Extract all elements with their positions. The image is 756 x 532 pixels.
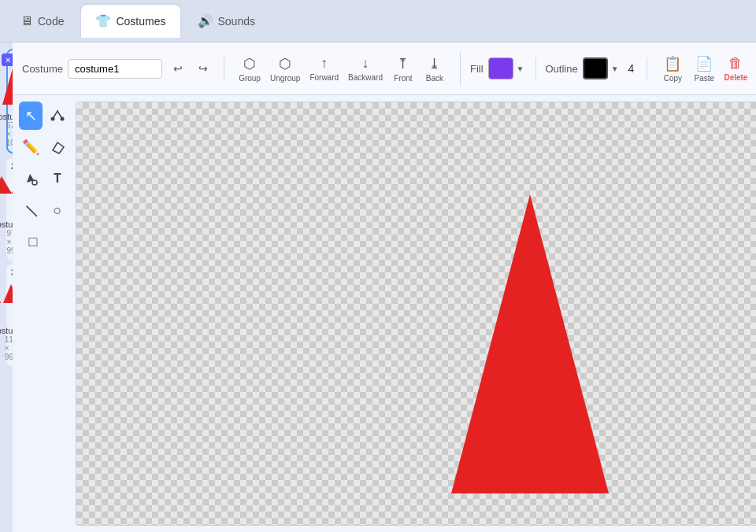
paste-label: Paste — [695, 74, 715, 83]
back-label: Back — [426, 74, 443, 83]
copy-label: Copy — [664, 74, 682, 83]
outline-width: 4 — [625, 62, 638, 75]
backward-icon: ↓ — [362, 55, 369, 72]
costume-delete-1[interactable]: ✕ — [2, 54, 13, 66]
outline-color-swatch[interactable] — [583, 57, 608, 79]
costume-preview-2 — [0, 171, 13, 218]
undo-button[interactable]: ↩ — [167, 57, 189, 79]
costume-item-1[interactable]: 1 ✕ costume1 57 × 100 — [6, 49, 13, 153]
costume-size-2: 97 × 99 — [6, 229, 13, 255]
code-icon: 🖥 — [20, 14, 33, 28]
forward-icon: ↑ — [321, 55, 328, 72]
costume-num-3: 3 — [11, 268, 13, 277]
reshape-tool[interactable] — [46, 102, 69, 130]
front-button[interactable]: ⤒ Front — [387, 52, 419, 86]
tab-bar: 🖥 Code 👕 Costumes 🔊 Sounds — [0, 0, 756, 42]
outline-dropdown-arrow[interactable]: ▼ — [610, 63, 621, 75]
toolbar: Costume ↩ ↪ ⬡ Group ⬡ Ungroup — [13, 42, 756, 95]
text-tool[interactable]: T — [46, 164, 69, 193]
pencil-tool[interactable]: ✏️ — [19, 133, 43, 161]
delete-button[interactable]: 🗑 Delete — [720, 52, 751, 85]
outline-color-group: ▼ — [583, 57, 621, 79]
back-button[interactable]: ⤓ Back — [419, 52, 450, 86]
outline-label: Outline — [546, 63, 578, 75]
tool-row-2: ✏️ — [19, 133, 69, 161]
tool-row-3: T — [19, 164, 69, 193]
delete-label: Delete — [724, 73, 747, 82]
fill-dropdown-arrow[interactable]: ▼ — [515, 63, 526, 75]
paste-button[interactable]: 📄 Paste — [688, 52, 720, 86]
copy-button[interactable]: 📋 Copy — [657, 52, 688, 86]
svg-marker-1 — [0, 176, 12, 194]
eraser-tool[interactable] — [46, 133, 69, 161]
edit-section: 📋 Copy 📄 Paste 🗑 Delete ⇔ Flip Horizonta… — [657, 47, 756, 90]
costume-size-3: 119 × 96 — [5, 335, 13, 361]
ungroup-button[interactable]: ⬡ Ungroup — [265, 52, 305, 86]
fill-section: Fill ▼ — [470, 57, 536, 79]
costume-num-2: 2 — [11, 161, 13, 171]
tab-sounds[interactable]: 🔊 Sounds — [183, 5, 269, 38]
tab-code[interactable]: 🖥 Code — [6, 5, 78, 38]
copy-icon: 📋 — [664, 55, 681, 72]
costume-item-3[interactable]: 3 costume3 119 × 96 — [6, 264, 13, 366]
costume-name-section: Costume ↩ ↪ — [22, 57, 224, 79]
fill-label: Fill — [470, 63, 484, 75]
costume-size-1: 57 × 100 — [6, 121, 13, 147]
circle-tool[interactable]: ○ — [46, 196, 69, 224]
undo-redo-group: ↩ ↪ — [167, 57, 214, 79]
front-icon: ⤒ — [397, 55, 409, 72]
tab-sounds-label: Sounds — [218, 15, 255, 28]
svg-marker-8 — [53, 142, 64, 153]
canvas-area[interactable] — [76, 102, 756, 526]
svg-point-6 — [51, 117, 55, 121]
delete-icon: 🗑 — [728, 55, 743, 72]
back-icon: ⤓ — [428, 55, 440, 72]
ungroup-icon: ⬡ — [279, 55, 291, 72]
costume-name-3: costume3 — [0, 326, 13, 335]
tab-code-label: Code — [38, 15, 64, 28]
svg-marker-4 — [3, 284, 13, 303]
line-tool[interactable]: | — [13, 192, 49, 229]
svg-marker-0 — [2, 68, 13, 105]
forward-label: Forward — [309, 73, 339, 82]
costumes-icon: 👕 — [95, 13, 111, 28]
costume-preview-3 — [0, 277, 13, 324]
costume-preview-1 — [0, 63, 13, 110]
svg-point-7 — [61, 117, 65, 121]
flip-h-button[interactable]: ⇔ Flip Horizontal — [751, 47, 756, 90]
svg-marker-10 — [451, 194, 609, 493]
svg-point-9 — [32, 180, 37, 185]
arrange-section: ⬡ Group ⬡ Ungroup ↑ Forward ↓ Backward ⤒ — [234, 52, 461, 86]
svg-marker-2 — [11, 176, 13, 194]
costume-item-2[interactable]: 2 costume2 97 × 99 — [6, 158, 13, 260]
group-button[interactable]: ⬡ Group — [234, 52, 265, 86]
select-tool[interactable]: ↖ — [19, 102, 43, 130]
fill-color-swatch[interactable] — [488, 57, 513, 79]
costume-name-1: costume1 — [0, 112, 13, 121]
main-layout: 1 ✕ costume1 57 × 100 2 costume2 97 × 99 — [0, 42, 756, 532]
group-icon: ⬡ — [243, 55, 256, 72]
ungroup-label: Ungroup — [270, 74, 300, 83]
tab-costumes[interactable]: 👕 Costumes — [81, 5, 180, 38]
forward-button[interactable]: ↑ Forward — [305, 52, 343, 85]
fill-color-group: ▼ — [488, 57, 526, 79]
paste-icon: 📄 — [695, 55, 713, 72]
editor-area: ↖ ✏️ — [13, 95, 756, 532]
backward-button[interactable]: ↓ Backward — [343, 52, 387, 85]
sounds-icon: 🔊 — [198, 13, 213, 28]
fill-tool[interactable] — [19, 164, 43, 193]
costume-name-input[interactable] — [68, 59, 162, 79]
outline-section: Outline ▼ 4 — [546, 57, 648, 79]
tool-row-4: | ○ — [19, 196, 69, 224]
costume-triangle[interactable] — [443, 187, 617, 501]
costume-label: Costume — [22, 63, 63, 75]
redo-button[interactable]: ↪ — [192, 57, 214, 79]
tool-row-1: ↖ — [19, 102, 69, 130]
right-panel: Costume ↩ ↪ ⬡ Group ⬡ Ungroup — [13, 42, 756, 532]
rectangle-tool[interactable]: □ — [19, 227, 47, 256]
tool-panel: ↖ ✏️ — [13, 95, 76, 532]
costume-list: 1 ✕ costume1 57 × 100 2 costume2 97 × 99 — [0, 42, 13, 532]
costume-name-2: costume2 — [0, 220, 13, 229]
group-label: Group — [239, 74, 261, 83]
front-label: Front — [394, 74, 412, 83]
